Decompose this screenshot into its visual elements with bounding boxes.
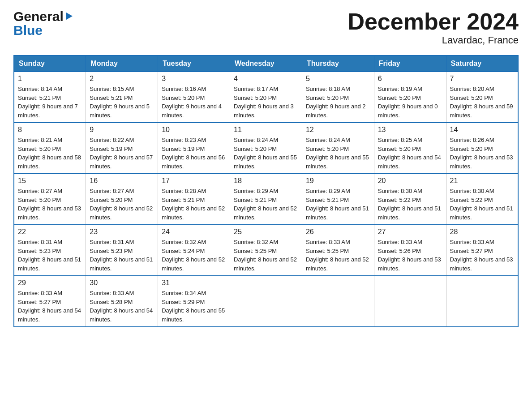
day-info: Sunrise: 8:22 AMSunset: 5:19 PMDaylight:…: [90, 136, 154, 171]
logo-blue: Blue: [13, 24, 43, 36]
day-info: Sunrise: 8:20 AMSunset: 5:20 PMDaylight:…: [450, 85, 514, 120]
day-number: 18: [234, 177, 298, 185]
day-info: Sunrise: 8:32 AMSunset: 5:25 PMDaylight:…: [234, 238, 298, 273]
table-row: 12 Sunrise: 8:24 AMSunset: 5:20 PMDaylig…: [302, 123, 374, 174]
day-info: Sunrise: 8:19 AMSunset: 5:20 PMDaylight:…: [378, 85, 442, 120]
day-info: Sunrise: 8:30 AMSunset: 5:22 PMDaylight:…: [450, 187, 514, 222]
table-row: 1 Sunrise: 8:14 AMSunset: 5:21 PMDayligh…: [14, 72, 86, 123]
day-number: 8: [18, 126, 82, 134]
day-info: Sunrise: 8:34 AMSunset: 5:29 PMDaylight:…: [162, 289, 226, 324]
table-row: 15 Sunrise: 8:27 AMSunset: 5:20 PMDaylig…: [14, 174, 86, 225]
table-row: 31 Sunrise: 8:34 AMSunset: 5:29 PMDaylig…: [158, 276, 230, 327]
day-number: 7: [450, 75, 514, 83]
day-info: Sunrise: 8:26 AMSunset: 5:20 PMDaylight:…: [450, 136, 514, 171]
table-row: 18 Sunrise: 8:29 AMSunset: 5:21 PMDaylig…: [230, 174, 302, 225]
day-number: 1: [18, 75, 82, 83]
table-row: 2 Sunrise: 8:15 AMSunset: 5:21 PMDayligh…: [86, 72, 158, 123]
table-row: [302, 276, 374, 327]
day-info: Sunrise: 8:24 AMSunset: 5:20 PMDaylight:…: [306, 136, 370, 171]
page-subtitle: Lavardac, France: [348, 34, 519, 46]
table-row: 20 Sunrise: 8:30 AMSunset: 5:22 PMDaylig…: [374, 174, 446, 225]
day-number: 15: [18, 177, 82, 185]
table-row: 28 Sunrise: 8:33 AMSunset: 5:27 PMDaylig…: [446, 225, 518, 276]
col-sunday: Sunday: [14, 56, 86, 72]
table-row: 19 Sunrise: 8:29 AMSunset: 5:21 PMDaylig…: [302, 174, 374, 225]
table-row: [374, 276, 446, 327]
day-info: Sunrise: 8:15 AMSunset: 5:21 PMDaylight:…: [90, 85, 154, 120]
table-row: 8 Sunrise: 8:21 AMSunset: 5:20 PMDayligh…: [14, 123, 86, 174]
day-info: Sunrise: 8:25 AMSunset: 5:20 PMDaylight:…: [378, 136, 442, 171]
day-number: 29: [18, 279, 82, 287]
calendar-week-row: 1 Sunrise: 8:14 AMSunset: 5:21 PMDayligh…: [14, 72, 518, 123]
table-row: 7 Sunrise: 8:20 AMSunset: 5:20 PMDayligh…: [446, 72, 518, 123]
col-wednesday: Wednesday: [230, 56, 302, 72]
calendar-week-row: 8 Sunrise: 8:21 AMSunset: 5:20 PMDayligh…: [14, 123, 518, 174]
day-info: Sunrise: 8:24 AMSunset: 5:20 PMDaylight:…: [234, 136, 298, 171]
title-block: December 2024 Lavardac, France: [348, 9, 519, 46]
table-row: 6 Sunrise: 8:19 AMSunset: 5:20 PMDayligh…: [374, 72, 446, 123]
col-tuesday: Tuesday: [158, 56, 230, 72]
day-info: Sunrise: 8:31 AMSunset: 5:23 PMDaylight:…: [90, 238, 154, 273]
day-number: 9: [90, 126, 154, 134]
day-info: Sunrise: 8:33 AMSunset: 5:26 PMDaylight:…: [378, 238, 442, 273]
table-row: 30 Sunrise: 8:33 AMSunset: 5:28 PMDaylig…: [86, 276, 158, 327]
day-number: 23: [90, 228, 154, 236]
day-number: 11: [234, 126, 298, 134]
table-row: 17 Sunrise: 8:28 AMSunset: 5:21 PMDaylig…: [158, 174, 230, 225]
col-saturday: Saturday: [446, 56, 518, 72]
day-number: 4: [234, 75, 298, 83]
day-number: 5: [306, 75, 370, 83]
day-number: 27: [378, 228, 442, 236]
col-friday: Friday: [374, 56, 446, 72]
day-number: 16: [90, 177, 154, 185]
table-row: 27 Sunrise: 8:33 AMSunset: 5:26 PMDaylig…: [374, 225, 446, 276]
day-number: 19: [306, 177, 370, 185]
day-number: 10: [162, 126, 226, 134]
day-number: 31: [162, 279, 226, 287]
page-header: General Blue December 2024 Lavardac, Fra…: [13, 9, 519, 46]
day-info: Sunrise: 8:14 AMSunset: 5:21 PMDaylight:…: [18, 85, 82, 120]
day-number: 21: [450, 177, 514, 185]
col-thursday: Thursday: [302, 56, 374, 72]
day-number: 22: [18, 228, 82, 236]
day-number: 25: [234, 228, 298, 236]
table-row: 25 Sunrise: 8:32 AMSunset: 5:25 PMDaylig…: [230, 225, 302, 276]
day-number: 14: [450, 126, 514, 134]
day-info: Sunrise: 8:29 AMSunset: 5:21 PMDaylight:…: [306, 187, 370, 222]
day-info: Sunrise: 8:28 AMSunset: 5:21 PMDaylight:…: [162, 187, 226, 222]
table-row: [230, 276, 302, 327]
table-row: 16 Sunrise: 8:27 AMSunset: 5:20 PMDaylig…: [86, 174, 158, 225]
day-number: 20: [378, 177, 442, 185]
calendar-header-row: Sunday Monday Tuesday Wednesday Thursday…: [14, 56, 518, 72]
day-info: Sunrise: 8:33 AMSunset: 5:25 PMDaylight:…: [306, 238, 370, 273]
day-info: Sunrise: 8:23 AMSunset: 5:19 PMDaylight:…: [162, 136, 226, 171]
col-monday: Monday: [86, 56, 158, 72]
table-row: 11 Sunrise: 8:24 AMSunset: 5:20 PMDaylig…: [230, 123, 302, 174]
table-row: 3 Sunrise: 8:16 AMSunset: 5:20 PMDayligh…: [158, 72, 230, 123]
page-title: December 2024: [348, 9, 519, 34]
day-info: Sunrise: 8:27 AMSunset: 5:20 PMDaylight:…: [90, 187, 154, 222]
day-number: 17: [162, 177, 226, 185]
day-info: Sunrise: 8:16 AMSunset: 5:20 PMDaylight:…: [162, 85, 226, 120]
day-number: 26: [306, 228, 370, 236]
day-info: Sunrise: 8:18 AMSunset: 5:20 PMDaylight:…: [306, 85, 370, 120]
day-number: 12: [306, 126, 370, 134]
logo: General Blue: [13, 9, 74, 36]
day-info: Sunrise: 8:32 AMSunset: 5:24 PMDaylight:…: [162, 238, 226, 273]
day-number: 6: [378, 75, 442, 83]
day-info: Sunrise: 8:33 AMSunset: 5:27 PMDaylight:…: [18, 289, 82, 324]
day-number: 3: [162, 75, 226, 83]
calendar-week-row: 22 Sunrise: 8:31 AMSunset: 5:23 PMDaylig…: [14, 225, 518, 276]
table-row: 29 Sunrise: 8:33 AMSunset: 5:27 PMDaylig…: [14, 276, 86, 327]
calendar-week-row: 15 Sunrise: 8:27 AMSunset: 5:20 PMDaylig…: [14, 174, 518, 225]
day-info: Sunrise: 8:21 AMSunset: 5:20 PMDaylight:…: [18, 136, 82, 171]
day-info: Sunrise: 8:29 AMSunset: 5:21 PMDaylight:…: [234, 187, 298, 222]
table-row: 10 Sunrise: 8:23 AMSunset: 5:19 PMDaylig…: [158, 123, 230, 174]
table-row: 24 Sunrise: 8:32 AMSunset: 5:24 PMDaylig…: [158, 225, 230, 276]
day-info: Sunrise: 8:31 AMSunset: 5:23 PMDaylight:…: [18, 238, 82, 273]
day-number: 2: [90, 75, 154, 83]
table-row: 14 Sunrise: 8:26 AMSunset: 5:20 PMDaylig…: [446, 123, 518, 174]
day-number: 13: [378, 126, 442, 134]
table-row: 5 Sunrise: 8:18 AMSunset: 5:20 PMDayligh…: [302, 72, 374, 123]
day-number: 28: [450, 228, 514, 236]
